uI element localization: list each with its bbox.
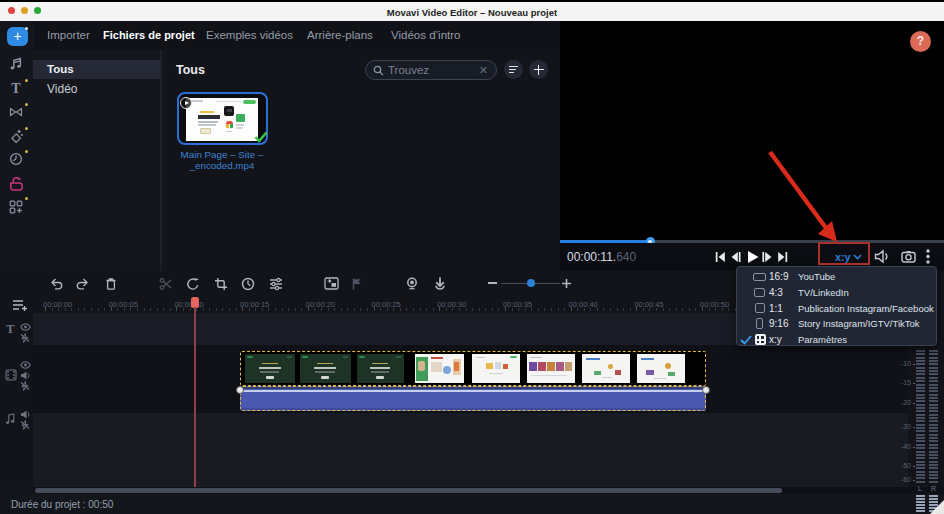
- svg-text:T: T: [11, 81, 21, 95]
